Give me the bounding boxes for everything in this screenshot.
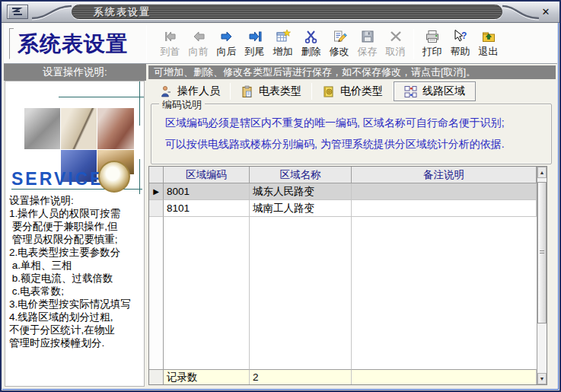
edit-record-icon <box>332 29 347 44</box>
table-column-header[interactable]: 区域名称 <box>250 167 352 183</box>
row-selector[interactable] <box>149 200 164 217</box>
next-icon <box>219 29 234 44</box>
toolbar-button-label: 向后 <box>217 45 237 59</box>
tab-line-areas[interactable]: 线路区域 <box>394 81 476 101</box>
previous-icon <box>191 29 206 44</box>
table-selector-header <box>149 167 164 183</box>
close-button[interactable]: ✕ <box>538 5 553 18</box>
service-logo-text: SERVICE <box>11 169 104 190</box>
header: 系统表设置 到首 向前 向后 <box>4 24 557 64</box>
page-title: 系统表设置 <box>18 30 147 59</box>
toolbar-button-label: 保存 <box>358 45 378 59</box>
row-selector-marker[interactable]: ▶ <box>149 183 164 200</box>
table-empty-area <box>164 217 250 369</box>
sidebar: 设置操作说明: SERVICE 设置操作说明: 1.操作人员的权限可按需 要分配… <box>4 64 146 388</box>
toolbar-button-label: 向前 <box>189 45 209 59</box>
toolbar-button-label: 帮助 <box>451 45 470 59</box>
goto-last-button[interactable]: 到尾 <box>241 25 269 63</box>
table-column-header[interactable]: 区域编码 <box>164 167 250 183</box>
cell-area-note[interactable] <box>352 200 537 217</box>
vertical-scrollbar[interactable]: ▲ ▼ <box>537 167 547 384</box>
table-empty-area <box>250 217 352 369</box>
photo-hardware <box>97 108 134 149</box>
delete-record-icon <box>304 29 319 44</box>
tab-meter-types[interactable]: 电表类型 <box>231 82 311 100</box>
decor-line <box>139 159 140 194</box>
title-bracket-decoration <box>9 28 14 59</box>
operation-instructions: 设置操作说明: 1.操作人员的权限可按需 要分配便于兼职操作,但 管理员权限分配… <box>9 194 144 349</box>
system-table-settings-window: 系统表设置 ✕ 系统表设置 到首 向前 <box>0 0 561 392</box>
edit-record-button[interactable]: 修改 <box>325 25 353 63</box>
save-button[interactable]: 保存 <box>353 25 381 63</box>
help-button[interactable]: ? 帮助 <box>446 25 474 63</box>
toolbar-separator <box>413 29 414 59</box>
table-column-header[interactable]: 备注说明 <box>352 167 537 183</box>
exit-icon <box>481 29 496 44</box>
help-icon: ? <box>453 29 468 44</box>
price-type-icon <box>322 85 335 98</box>
footer-selector-cell <box>149 369 164 384</box>
line-area-icon <box>404 85 417 98</box>
tab-label: 操作人员 <box>177 84 220 98</box>
print-button[interactable]: 打印 <box>418 25 446 63</box>
tab-price-types[interactable]: 电价类型 <box>312 82 393 100</box>
scrollbar-thumb[interactable] <box>537 182 547 323</box>
save-icon <box>360 29 375 44</box>
cancel-icon <box>388 29 403 44</box>
delete-record-button[interactable]: 删除 <box>297 25 325 63</box>
footer-empty-cell <box>352 369 537 384</box>
sidebar-header: 设置操作说明: <box>4 64 146 81</box>
next-button[interactable]: 向后 <box>212 25 241 63</box>
add-record-icon <box>276 29 291 44</box>
toolbar-button-label: 退出 <box>479 45 499 59</box>
toolbar-button-label: 修改 <box>330 45 349 59</box>
meter-type-icon <box>241 85 253 98</box>
decor-line <box>59 97 144 97</box>
toolbar-button-label: 到首 <box>161 45 180 59</box>
table-empty-area <box>149 217 164 369</box>
toolbar-button-label: 增加 <box>273 45 293 59</box>
toolbar-button-label: 取消 <box>386 45 406 59</box>
groupbox-hint-line1: 区域编码必须是辖区内不重复的唯一编码, 区域名称可自行命名便于识别; <box>165 116 547 130</box>
cell-area-name[interactable]: 城东人民路变 <box>250 183 352 200</box>
goto-first-button[interactable]: 到首 <box>156 25 184 63</box>
tab-label: 线路区域 <box>422 84 465 98</box>
operator-icon <box>159 85 172 98</box>
cell-area-code[interactable]: 8001 <box>164 183 250 200</box>
titlebar-caption: 系统表设置 <box>72 5 502 19</box>
tab-label: 电价类型 <box>340 84 383 98</box>
previous-button[interactable]: 向前 <box>184 25 212 63</box>
cell-area-code[interactable]: 8101 <box>164 200 250 217</box>
groupbox-title: 编码说明 <box>159 98 205 112</box>
goto-first-icon <box>163 29 178 44</box>
toolbar-button-label: 删除 <box>301 45 321 59</box>
body: 设置操作说明: SERVICE 设置操作说明: 1.操作人员的权限可按需 要分配… <box>4 64 557 388</box>
toolbar-button-label: 打印 <box>422 45 442 59</box>
toolbar-button-label: 到尾 <box>245 45 265 59</box>
app-logo-icon <box>7 5 28 19</box>
exit-button[interactable]: 退出 <box>474 25 502 63</box>
scrollbar-grip <box>540 250 544 255</box>
groupbox-hint-line2: 可以按供电线路或楼栋分别编码, 为管理系统提供分区域统计分析的依据. <box>165 138 547 151</box>
titlebar-swoosh-right <box>501 3 540 21</box>
tab-label: 电表类型 <box>259 84 301 98</box>
photo-tools <box>24 108 60 149</box>
titlebar: 系统表设置 ✕ <box>2 2 559 23</box>
notice-bar: 可增加、删除、修改各类型后请进行保存，如不保存修改，请点击[取消]。 <box>148 65 556 79</box>
titlebar-swoosh-left <box>30 3 73 21</box>
print-icon <box>425 29 440 44</box>
area-table: 区域编码 区域名称 备注说明 ▶ 8001 城东人民路变 8101 城南工人路变 <box>148 166 547 385</box>
photo-pocket-watch <box>98 161 130 193</box>
goto-last-icon <box>247 29 263 44</box>
scroll-down-button[interactable]: ▼ <box>537 373 547 384</box>
add-record-button[interactable]: 增加 <box>269 25 297 63</box>
header-separator <box>146 25 147 62</box>
cell-area-note[interactable] <box>352 183 537 200</box>
scroll-up-button[interactable]: ▲ <box>537 167 547 178</box>
toolbar: 到首 向前 向后 到尾 <box>150 24 557 64</box>
window-title: 系统表设置 <box>94 5 151 19</box>
cancel-button[interactable]: 取消 <box>381 25 410 63</box>
cell-area-name[interactable]: 城南工人路变 <box>250 200 352 217</box>
sidebar-panel: SERVICE 设置操作说明: 1.操作人员的权限可按需 要分配便于兼职操作,但… <box>5 81 145 387</box>
record-count-label: 记录数 <box>164 369 250 384</box>
